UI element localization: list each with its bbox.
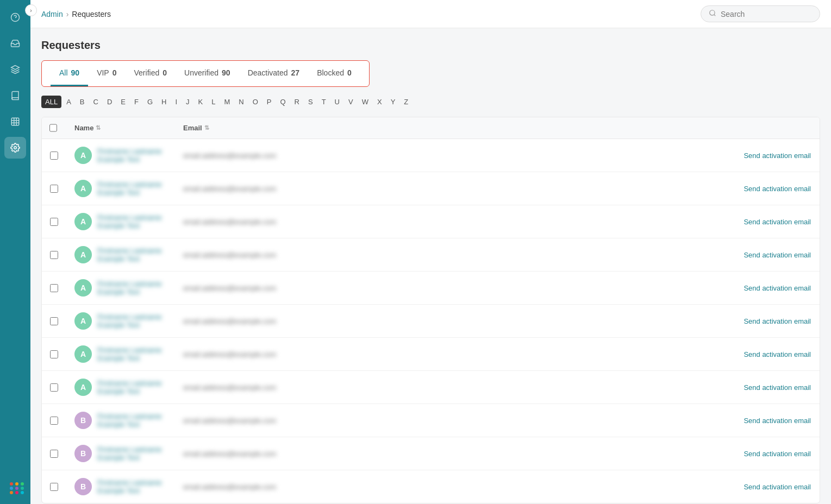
filter-tab-deactivated[interactable]: Deactivated27 xyxy=(239,61,309,86)
requester-name[interactable]: Firstname Lastname Example Text xyxy=(97,247,166,263)
alpha-btn-h[interactable]: H xyxy=(158,96,170,108)
sidebar: › xyxy=(0,0,30,504)
alpha-btn-q[interactable]: Q xyxy=(276,96,289,108)
send-activation-link[interactable]: Send activation email xyxy=(743,152,811,160)
row-checkbox[interactable] xyxy=(50,284,58,292)
alpha-btn-g[interactable]: G xyxy=(143,96,157,108)
requester-name[interactable]: Firstname Lastname Example Text xyxy=(97,346,166,362)
requester-name[interactable]: Firstname Lastname Example Text xyxy=(97,147,166,163)
avatar: A xyxy=(74,213,92,230)
requester-name[interactable]: Firstname Lastname Example Text xyxy=(97,313,166,329)
layers-icon[interactable] xyxy=(4,59,26,80)
alpha-btn-c[interactable]: C xyxy=(89,96,102,108)
row-checkbox[interactable] xyxy=(50,218,58,226)
search-input[interactable] xyxy=(721,10,812,18)
alpha-btn-d[interactable]: D xyxy=(103,96,116,108)
alpha-btn-a[interactable]: A xyxy=(63,96,75,108)
filter-tab-blocked[interactable]: Blocked0 xyxy=(308,61,360,86)
row-action-cell: Send activation email xyxy=(711,343,820,366)
send-activation-link[interactable]: Send activation email xyxy=(743,317,811,325)
filter-tab-all[interactable]: All90 xyxy=(51,61,88,86)
avatar: A xyxy=(74,312,92,330)
send-activation-link[interactable]: Send activation email xyxy=(743,218,811,226)
alpha-btn-e[interactable]: E xyxy=(117,96,129,108)
row-checkbox[interactable] xyxy=(50,185,58,193)
row-name-cell: A Firstname Lastname Example Text xyxy=(66,139,174,172)
row-checkbox[interactable] xyxy=(50,350,58,358)
requester-name[interactable]: Firstname Lastname Example Text xyxy=(97,280,166,296)
sidebar-bottom xyxy=(8,476,23,500)
svg-point-4 xyxy=(14,147,17,149)
book-icon[interactable] xyxy=(4,85,26,106)
alpha-btn-o[interactable]: O xyxy=(249,96,262,108)
breadcrumb-admin[interactable]: Admin xyxy=(41,10,63,18)
requester-email: email.address@example.com xyxy=(183,483,276,491)
send-activation-link[interactable]: Send activation email xyxy=(743,450,811,458)
alpha-btn-p[interactable]: P xyxy=(263,96,276,108)
requester-name[interactable]: Firstname Lastname Example Text xyxy=(97,412,166,429)
send-activation-link[interactable]: Send activation email xyxy=(743,251,811,259)
row-name-cell: A Firstname Lastname Example Text xyxy=(66,272,174,304)
inbox-icon[interactable] xyxy=(4,33,26,54)
alpha-btn-t[interactable]: T xyxy=(318,96,330,108)
send-activation-link[interactable]: Send activation email xyxy=(743,350,811,358)
row-checkbox[interactable] xyxy=(50,383,58,392)
row-email-cell: email.address@example.com xyxy=(174,475,711,499)
tab-label-blocked: Blocked xyxy=(317,68,344,77)
alpha-btn-j[interactable]: J xyxy=(182,96,193,108)
send-activation-link[interactable]: Send activation email xyxy=(743,483,811,491)
select-all-checkbox[interactable] xyxy=(49,124,57,132)
requester-name[interactable]: Firstname Lastname Example Text xyxy=(97,180,166,197)
row-email-cell: email.address@example.com xyxy=(174,442,711,465)
filter-tab-verified[interactable]: Verified0 xyxy=(126,61,176,86)
alpha-btn-v[interactable]: V xyxy=(345,96,357,108)
row-checkbox-cell xyxy=(42,276,66,300)
filter-tab-unverified[interactable]: Unverified90 xyxy=(176,61,239,86)
search-box[interactable] xyxy=(701,5,820,22)
send-activation-link[interactable]: Send activation email xyxy=(743,383,811,392)
row-checkbox[interactable] xyxy=(50,251,58,259)
alpha-btn-r[interactable]: R xyxy=(291,96,303,108)
alpha-btn-all[interactable]: ALL xyxy=(41,96,61,108)
table-row: B Firstname Lastname Example Text email.… xyxy=(42,470,820,503)
alpha-btn-b[interactable]: B xyxy=(76,96,89,108)
alpha-btn-f[interactable]: F xyxy=(130,96,142,108)
app-dots[interactable] xyxy=(8,480,23,495)
row-checkbox[interactable] xyxy=(50,483,58,491)
alpha-btn-u[interactable]: U xyxy=(331,96,343,108)
alpha-btn-l[interactable]: L xyxy=(208,96,219,108)
alpha-btn-w[interactable]: W xyxy=(358,96,372,108)
alpha-btn-k[interactable]: K xyxy=(195,96,207,108)
filter-tab-vip[interactable]: VIP0 xyxy=(88,61,125,86)
alpha-btn-x[interactable]: X xyxy=(373,96,386,108)
help-icon[interactable] xyxy=(4,7,26,28)
settings-icon[interactable] xyxy=(4,137,26,159)
requester-name[interactable]: Firstname Lastname Example Text xyxy=(97,445,166,462)
alpha-btn-y[interactable]: Y xyxy=(387,96,399,108)
alpha-btn-n[interactable]: N xyxy=(235,96,247,108)
row-checkbox[interactable] xyxy=(50,152,58,160)
alpha-btn-i[interactable]: I xyxy=(171,96,181,108)
sidebar-toggle[interactable]: › xyxy=(25,4,37,16)
requester-name[interactable]: Firstname Lastname Example Text xyxy=(97,478,166,495)
search-icon xyxy=(709,9,716,18)
chart-icon[interactable] xyxy=(4,111,26,133)
row-checkbox[interactable] xyxy=(50,317,58,325)
email-sort-icon[interactable]: ⇅ xyxy=(204,124,209,131)
requester-name[interactable]: Firstname Lastname Example Text xyxy=(97,213,166,230)
send-activation-link[interactable]: Send activation email xyxy=(743,185,811,193)
row-checkbox[interactable] xyxy=(50,450,58,458)
name-sort-icon[interactable]: ⇅ xyxy=(96,124,101,131)
table-row: B Firstname Lastname Example Text email.… xyxy=(42,437,820,470)
row-email-cell: email.address@example.com xyxy=(174,376,711,399)
requester-name[interactable]: Firstname Lastname Example Text xyxy=(97,379,166,395)
alpha-btn-s[interactable]: S xyxy=(304,96,317,108)
alpha-btn-z[interactable]: Z xyxy=(400,96,412,108)
th-action xyxy=(711,117,820,138)
svg-point-5 xyxy=(710,10,715,15)
send-activation-link[interactable]: Send activation email xyxy=(743,284,811,292)
requester-email: email.address@example.com xyxy=(183,350,276,358)
row-checkbox[interactable] xyxy=(50,417,58,425)
alpha-btn-m[interactable]: M xyxy=(220,96,234,108)
send-activation-link[interactable]: Send activation email xyxy=(743,417,811,425)
